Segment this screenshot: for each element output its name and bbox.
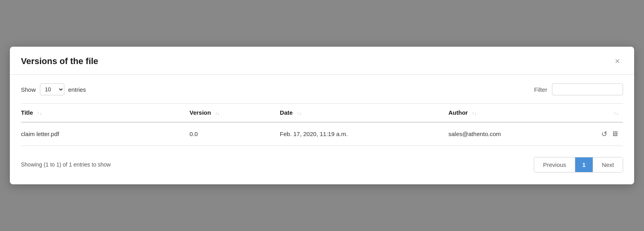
modal: Versions of the file × Show 10 25 50 100… [10,47,634,184]
table-header-row: Title ↑↓ Version ↑↓ Date ↑↓ Author ↑↓ ↑↓ [21,104,623,122]
current-page[interactable]: 1 [575,157,593,172]
table-section: Title ↑↓ Version ↑↓ Date ↑↓ Author ↑↓ ↑↓ [21,103,623,146]
filter-input[interactable] [552,83,623,95]
pagination: Previous 1 Next [534,157,623,172]
modal-body: Show 10 25 50 100 entries Filter [10,75,634,184]
modal-title: Versions of the file [21,56,98,66]
sort-icon-version: ↑↓ [215,111,220,116]
show-entries-control: Show 10 25 50 100 entries [21,83,86,95]
filter-row: Filter [534,83,623,95]
restore-icon[interactable]: ↺ [601,130,607,138]
close-button[interactable]: × [612,55,623,67]
showing-text: Showing (1 to 1) of 1 entries to show [21,161,111,168]
col-header-actions: ↑↓ [581,104,623,122]
show-label: Show [21,86,36,93]
versions-table: Title ↑↓ Version ↑↓ Date ↑↓ Author ↑↓ ↑↓ [21,104,623,145]
cell-author: sales@athento.com [448,122,581,146]
table-row: claim letter.pdf 0.0 Feb. 17, 2020, 11:1… [21,122,623,146]
filter-label: Filter [534,86,547,93]
cell-version: 0.0 [190,122,280,146]
col-header-author[interactable]: Author ↑↓ [448,104,581,122]
entries-select[interactable]: 10 25 50 100 [40,83,64,95]
sort-icon-actions: ↑↓ [614,111,618,116]
col-header-title[interactable]: Title ↑↓ [21,104,190,122]
controls-row: Show 10 25 50 100 entries Filter [21,83,623,95]
display-icon[interactable]: 🖥 [611,130,618,138]
sort-icon-title: ↑↓ [37,111,42,116]
action-icons: ↺ 🖥 [581,130,618,138]
entries-label: entries [68,86,86,93]
sort-icon-date: ↑↓ [297,111,301,116]
col-header-version[interactable]: Version ↑↓ [190,104,280,122]
sort-icon-author: ↑↓ [472,111,476,116]
previous-button[interactable]: Previous [534,157,575,172]
next-button[interactable]: Next [593,157,623,172]
cell-date: Feb. 17, 2020, 11:19 a.m. [280,122,448,146]
cell-actions: ↺ 🖥 [581,122,623,146]
col-header-date[interactable]: Date ↑↓ [280,104,448,122]
modal-header: Versions of the file × [10,47,634,74]
footer-row: Showing (1 to 1) of 1 entries to show Pr… [21,154,623,176]
cell-title: claim letter.pdf [21,122,190,146]
